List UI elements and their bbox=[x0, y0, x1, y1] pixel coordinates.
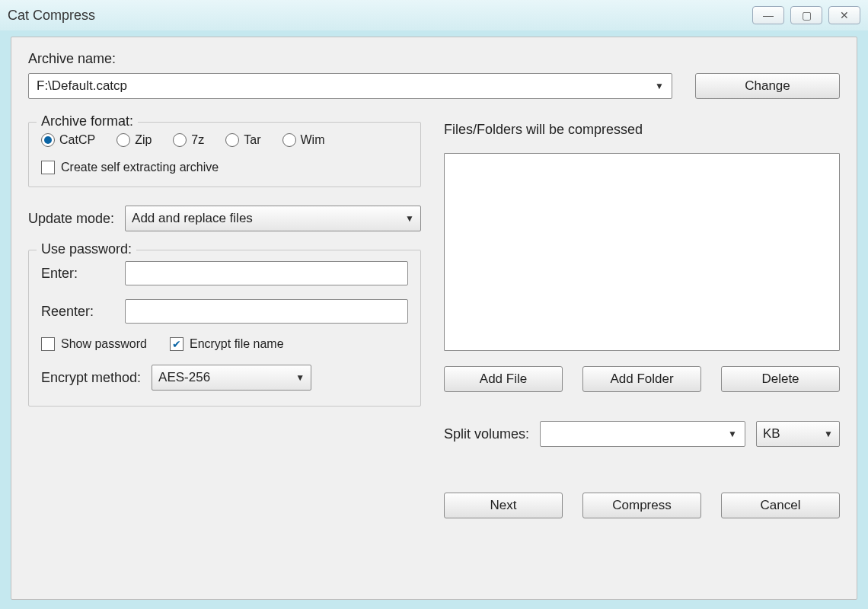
close-icon: ✕ bbox=[840, 9, 849, 21]
password-group: Use password: Enter: Reenter: Show passw… bbox=[28, 250, 421, 407]
format-radio-zip-label: Zip bbox=[135, 133, 152, 147]
radio-icon bbox=[225, 133, 239, 147]
archive-name-label: Archive name: bbox=[28, 51, 840, 67]
change-button-label: Change bbox=[745, 78, 790, 94]
split-size-combo[interactable]: ▼ bbox=[540, 421, 745, 447]
password-enter-input[interactable] bbox=[125, 261, 408, 285]
chevron-down-icon: ▼ bbox=[295, 372, 305, 383]
password-reenter-label: Reenter: bbox=[41, 304, 114, 320]
add-folder-button[interactable]: Add Folder bbox=[582, 366, 701, 392]
split-unit-value: KB bbox=[763, 426, 780, 442]
chevron-down-icon: ▼ bbox=[655, 81, 664, 91]
format-radio-wim[interactable]: Wim bbox=[282, 133, 325, 147]
archive-format-legend: Archive format: bbox=[37, 113, 138, 129]
radio-icon bbox=[173, 133, 187, 147]
show-password-label: Show password bbox=[61, 337, 147, 351]
titlebar: Cat Compress — ▢ ✕ bbox=[0, 0, 868, 30]
format-radio-catcp[interactable]: CatCP bbox=[41, 133, 95, 147]
main-dialog: Archive name: F:\Default.catcp ▼ Change … bbox=[11, 37, 857, 600]
encrypt-method-value: AES-256 bbox=[158, 370, 210, 385]
close-button[interactable]: ✕ bbox=[828, 6, 860, 24]
self-extract-label: Create self extracting archive bbox=[61, 161, 219, 174]
cancel-button[interactable]: Cancel bbox=[721, 493, 840, 518]
window-title: Cat Compress bbox=[8, 8, 95, 24]
chevron-down-icon: ▼ bbox=[728, 429, 737, 439]
files-heading: Files/Folders will be compressed bbox=[444, 122, 840, 138]
compress-button[interactable]: Compress bbox=[582, 493, 701, 518]
encrypt-filename-checkbox[interactable]: ✔ Encrypt file name bbox=[170, 337, 284, 351]
change-button[interactable]: Change bbox=[695, 73, 840, 99]
format-radio-7z-label: 7z bbox=[191, 133, 204, 147]
maximize-button[interactable]: ▢ bbox=[790, 6, 822, 24]
files-listbox[interactable] bbox=[444, 153, 840, 351]
window-controls: — ▢ ✕ bbox=[752, 6, 860, 24]
encrypt-filename-label: Encrypt file name bbox=[190, 337, 284, 351]
radio-icon bbox=[41, 133, 55, 147]
delete-label: Delete bbox=[761, 371, 799, 387]
maximize-icon: ▢ bbox=[802, 9, 812, 21]
format-radio-7z[interactable]: 7z bbox=[173, 133, 204, 147]
password-reenter-input[interactable] bbox=[125, 299, 408, 324]
delete-button[interactable]: Delete bbox=[721, 366, 840, 392]
next-button[interactable]: Next bbox=[444, 493, 563, 518]
chevron-down-icon: ▼ bbox=[405, 213, 414, 224]
archive-format-group: Archive format: CatCP Zip 7z bbox=[28, 122, 421, 187]
minimize-button[interactable]: — bbox=[752, 6, 784, 24]
update-mode-value: Add and replace files bbox=[132, 211, 253, 226]
archive-name-value: F:\Default.catcp bbox=[37, 78, 127, 94]
format-radio-zip[interactable]: Zip bbox=[116, 133, 152, 147]
encrypt-method-label: Encrypt method: bbox=[41, 370, 141, 386]
add-file-label: Add File bbox=[480, 371, 527, 387]
checkbox-icon bbox=[41, 161, 55, 174]
password-enter-label: Enter: bbox=[41, 266, 114, 282]
radio-icon bbox=[116, 133, 130, 147]
self-extract-checkbox[interactable]: Create self extracting archive bbox=[41, 161, 408, 174]
minimize-icon: — bbox=[763, 9, 774, 21]
radio-icon bbox=[282, 133, 296, 147]
archive-name-combo[interactable]: F:\Default.catcp ▼ bbox=[28, 73, 672, 99]
checkbox-icon bbox=[41, 337, 55, 351]
add-file-button[interactable]: Add File bbox=[444, 366, 563, 392]
show-password-checkbox[interactable]: Show password bbox=[41, 337, 147, 351]
split-unit-select[interactable]: KB ▼ bbox=[756, 421, 840, 447]
add-folder-label: Add Folder bbox=[610, 371, 673, 387]
chevron-down-icon: ▼ bbox=[824, 429, 833, 439]
next-label: Next bbox=[490, 498, 517, 513]
compress-label: Compress bbox=[612, 498, 671, 513]
format-radio-wim-label: Wim bbox=[301, 133, 325, 147]
update-mode-label: Update mode: bbox=[28, 211, 114, 227]
format-radio-catcp-label: CatCP bbox=[59, 133, 95, 147]
format-radio-tar-label: Tar bbox=[244, 133, 260, 147]
password-legend: Use password: bbox=[37, 241, 136, 257]
encrypt-method-select[interactable]: AES-256 ▼ bbox=[152, 365, 311, 391]
update-mode-select[interactable]: Add and replace files ▼ bbox=[125, 206, 421, 231]
checkbox-checked-icon: ✔ bbox=[170, 337, 183, 351]
format-radio-tar[interactable]: Tar bbox=[225, 133, 260, 147]
split-volumes-label: Split volumes: bbox=[444, 426, 529, 442]
cancel-label: Cancel bbox=[761, 498, 801, 513]
